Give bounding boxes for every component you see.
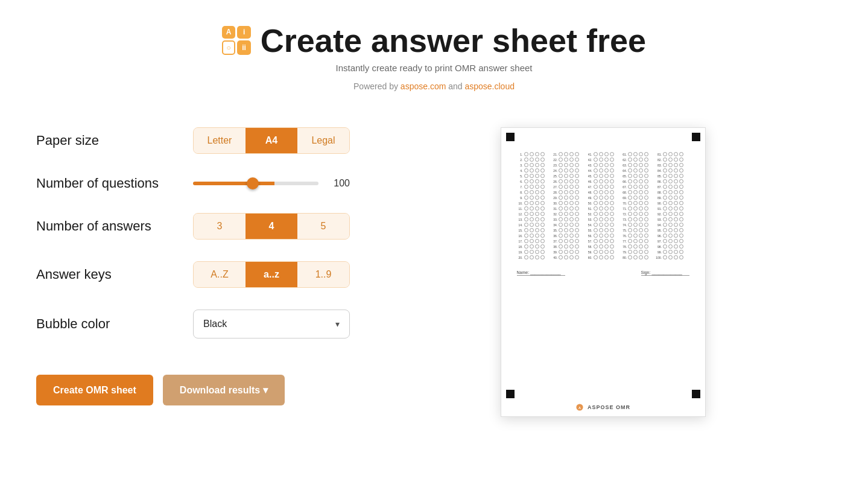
omr-question-number: 1. (517, 153, 523, 156)
omr-bubble (633, 163, 638, 167)
omr-row: 95. (656, 228, 689, 232)
omr-row: 79. (621, 250, 654, 254)
create-omr-button[interactable]: Create OMR sheet (36, 375, 153, 405)
omr-bubble (663, 201, 667, 205)
omr-bubble (610, 255, 614, 259)
questions-value: 100 (328, 178, 350, 189)
omr-row: 45. (586, 174, 620, 178)
omr-bubble (639, 217, 643, 221)
omr-bubble (564, 206, 568, 211)
omr-bubble (679, 157, 683, 162)
omr-question-number: 64. (621, 169, 627, 173)
omr-bubble (564, 168, 568, 173)
omr-bubble (530, 179, 534, 183)
omr-bubble (633, 168, 638, 173)
omr-bubble (540, 223, 545, 227)
keys-19[interactable]: 1..9 (297, 262, 349, 287)
num-answers-group: 3 4 5 (193, 213, 350, 240)
aspose-cloud-link[interactable]: aspose.cloud (464, 81, 515, 91)
omr-row: 2. (517, 157, 551, 162)
omr-question-number: 51. (586, 207, 592, 211)
omr-row: 5. (517, 174, 551, 178)
omr-row: 71. (621, 206, 654, 211)
omr-bubble (559, 212, 563, 216)
paper-size-group: Letter A4 Legal (193, 127, 350, 154)
omr-bubble (633, 234, 638, 238)
omr-bubble (639, 239, 643, 243)
omr-bubble (674, 152, 678, 156)
omr-bubble (575, 163, 579, 167)
omr-bubble (540, 250, 545, 254)
omr-bubble (540, 244, 545, 249)
answers-5[interactable]: 5 (297, 214, 349, 239)
omr-row: 81. (656, 152, 689, 156)
omr-bubble (559, 163, 563, 167)
paper-size-a4[interactable]: A4 (246, 128, 297, 153)
omr-bubble (639, 157, 643, 162)
omr-bubble (540, 195, 545, 200)
omr-question-number: 19. (517, 250, 523, 254)
keys-az-lower[interactable]: a..z (246, 262, 297, 287)
omr-row: 34. (551, 223, 585, 227)
paper-size-letter[interactable]: Letter (194, 128, 246, 153)
omr-bubble (530, 223, 534, 227)
omr-bubble (564, 255, 568, 259)
omr-question-number: 87. (656, 185, 662, 189)
omr-bubble (559, 168, 563, 173)
omr-question-number: 24. (551, 169, 557, 173)
omr-row: 32. (551, 212, 585, 216)
omr-bubble (594, 195, 598, 200)
omr-question-number: 42. (586, 158, 592, 162)
answers-3[interactable]: 3 (194, 214, 246, 239)
omr-question-number: 70. (621, 202, 627, 205)
omr-bubble (679, 174, 683, 178)
omr-bubble (633, 179, 638, 183)
omr-bubble (639, 228, 643, 232)
omr-question-number: 48. (586, 191, 592, 194)
omr-bubble (535, 185, 539, 189)
omr-bubble (610, 250, 614, 254)
omr-bubble (564, 174, 568, 178)
omr-bubble (575, 201, 579, 205)
omr-bubble (639, 185, 643, 189)
omr-question-number: 47. (586, 185, 592, 189)
omr-question-number: 84. (656, 169, 662, 173)
omr-bubble (569, 239, 574, 243)
omr-bubble (594, 217, 598, 221)
aspose-com-link[interactable]: aspose.com (401, 81, 446, 91)
omr-bubble (530, 185, 534, 189)
omr-bubble (604, 250, 609, 254)
answers-4[interactable]: 4 (246, 214, 297, 239)
omr-bubble (569, 223, 574, 227)
paper-size-row: Paper size Letter A4 Legal (36, 127, 338, 154)
omr-bubble (633, 195, 638, 200)
omr-bubble (535, 152, 539, 156)
omr-bubble (599, 201, 603, 205)
omr-question-number: 66. (621, 180, 627, 183)
omr-bubble (569, 174, 574, 178)
omr-bubble (604, 244, 609, 249)
omr-bubble (535, 195, 539, 200)
omr-bubble (575, 168, 579, 173)
omr-bubble (530, 217, 534, 221)
omr-bubble (639, 212, 643, 216)
omr-bubble (569, 201, 574, 205)
omr-row: 62. (621, 157, 654, 162)
omr-bubble (628, 250, 632, 254)
omr-bubble (530, 201, 534, 205)
download-results-button[interactable]: Download results ▾ (163, 375, 285, 405)
omr-question-number: 20. (517, 256, 523, 259)
omr-bubble (604, 206, 609, 211)
omr-bubble (628, 244, 632, 249)
omr-row: 22. (551, 157, 585, 162)
omr-bubble (663, 255, 667, 259)
omr-question-number: 50. (586, 202, 592, 205)
keys-az-upper[interactable]: A..Z (194, 262, 246, 287)
omr-bubble (530, 239, 534, 243)
omr-bubble (668, 195, 673, 200)
omr-bubble (674, 250, 678, 254)
paper-size-legal[interactable]: Legal (297, 128, 349, 153)
omr-bubble (604, 255, 609, 259)
bubble-color-dropdown[interactable]: Black ▾ (193, 310, 350, 338)
questions-slider[interactable] (193, 182, 318, 185)
